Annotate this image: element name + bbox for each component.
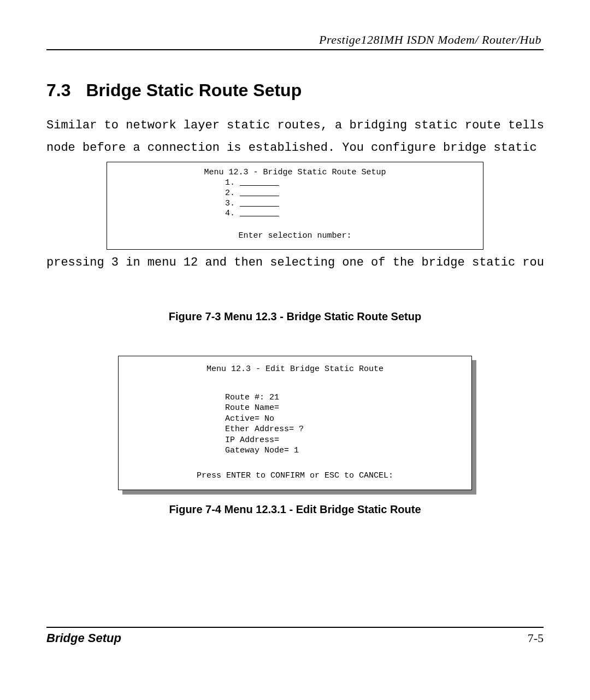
- item-number: 2.: [225, 189, 235, 198]
- footer-rule: [46, 627, 544, 628]
- item-blank: [240, 209, 279, 218]
- footer-section-name: Bridge Setup: [46, 631, 121, 645]
- list-item: 1.: [225, 178, 474, 189]
- header-rule: [46, 49, 544, 50]
- list-item: 2.: [225, 189, 474, 199]
- ip-address-field: IP Address=: [225, 435, 461, 446]
- running-head: Prestige128IMH ISDN Modem/ Router/Hub: [46, 33, 544, 47]
- page-footer: Bridge Setup 7-5: [46, 627, 544, 645]
- menu-12-3-1-title: Menu 12.3 - Edit Bridge Static Route: [129, 364, 461, 375]
- list-item: 3.: [225, 199, 474, 209]
- menu-12-3-1-box: Menu 12.3 - Edit Bridge Static Route Rou…: [118, 356, 472, 490]
- list-item: 4.: [225, 209, 474, 219]
- body-paragraph-2: node before a connection is established.…: [46, 138, 544, 157]
- item-blank: [240, 199, 279, 208]
- figure-7-4-caption: Figure 7-4 Menu 12.3.1 - Edit Bridge Sta…: [46, 503, 544, 516]
- menu-12-3-prompt: Enter selection number:: [116, 231, 474, 242]
- item-blank: [240, 178, 279, 187]
- section-title: Bridge Static Route Setup: [86, 80, 302, 100]
- page: Prestige128IMH ISDN Modem/ Router/Hub 7.…: [0, 0, 590, 700]
- active-field: Active= No: [225, 414, 461, 425]
- body-paragraph-3: pressing 3 in menu 12 and then selecting…: [46, 253, 544, 272]
- figure-7-3-caption: Figure 7-3 Menu 12.3 - Bridge Static Rou…: [46, 310, 544, 323]
- item-blank: [240, 189, 279, 198]
- gateway-node-field: Gateway Node= 1: [225, 445, 461, 456]
- menu-12-3-list: 1. 2. 3. 4.: [225, 178, 474, 219]
- menu-12-3-1-wrap: Menu 12.3 - Edit Bridge Static Route Rou…: [118, 356, 472, 490]
- menu-12-3-1-footer: Press ENTER to CONFIRM or ESC to CANCEL:: [129, 470, 461, 481]
- section-heading: 7.3Bridge Static Route Setup: [46, 80, 544, 101]
- ether-address-field: Ether Address= ?: [225, 424, 461, 435]
- item-number: 3.: [225, 199, 235, 208]
- menu-12-3-box: Menu 12.3 - Bridge Static Route Setup 1.…: [107, 162, 483, 250]
- page-number: 7-5: [528, 631, 544, 645]
- body-paragraph-1: Similar to network layer static routes, …: [46, 116, 544, 135]
- menu-12-3-1-fields: Route #: 21 Route Name= Active= No Ether…: [225, 392, 461, 456]
- item-number: 1.: [225, 178, 235, 187]
- item-number: 4.: [225, 209, 235, 218]
- route-name-field: Route Name=: [225, 403, 461, 414]
- menu-12-3-title: Menu 12.3 - Bridge Static Route Setup: [116, 168, 474, 178]
- section-number: 7.3: [46, 80, 70, 100]
- route-number-field: Route #: 21: [225, 392, 461, 403]
